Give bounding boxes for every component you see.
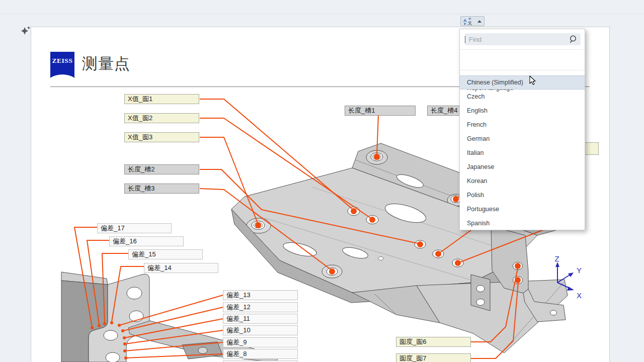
language-item-polish[interactable]: Polish: [460, 188, 585, 202]
collapse-arrow-icon: [477, 20, 481, 23]
language-item-english[interactable]: English: [460, 104, 585, 118]
callout-roundness-circle6: 圆度_圆6: [396, 337, 471, 347]
callout-roundness-circle7: 圆度_圆7: [396, 353, 471, 362]
callout-xvalue-circle2: X值_圆2: [124, 113, 199, 123]
svg-text:Z: Z: [554, 254, 559, 263]
language-list: Chinese (Simplified) Czech English Frenc…: [460, 75, 585, 230]
language-item-spanish[interactable]: Spanish: [460, 216, 585, 230]
callout-length-slot2: 长度_槽2: [124, 164, 199, 174]
callout-length-slot3: 长度_槽3: [124, 184, 199, 194]
callout-deviation-16: 偏差_16: [109, 236, 184, 246]
search-icon: [568, 34, 578, 44]
translate-icon: A 戈: [463, 18, 472, 25]
callout-deviation-15: 偏差_15: [128, 249, 203, 259]
separator: [460, 70, 585, 70]
callout-length-slot1: 长度_槽1: [345, 106, 416, 116]
callout-deviation-8: 偏差_8: [223, 349, 298, 359]
svg-text:A: A: [463, 18, 467, 23]
callout-deviation-11: 偏差_11: [223, 314, 298, 324]
svg-text:戈: 戈: [467, 21, 472, 25]
callout-deviation-10: 偏差_10: [223, 325, 298, 335]
language-item-portuguese[interactable]: Portuguese: [460, 202, 585, 216]
language-item-japanese[interactable]: Japanese: [460, 160, 585, 174]
language-item-french[interactable]: French: [460, 118, 585, 132]
callout-deviation-17: 偏差_17: [97, 223, 172, 233]
language-item-german[interactable]: German: [460, 132, 585, 146]
callout-deviation-14: 偏差_14: [144, 263, 218, 273]
callout-xvalue-circle3: X值_圆3: [124, 132, 199, 142]
report-language-button[interactable]: A 戈: [460, 16, 485, 26]
language-item-chinese-simplified[interactable]: Chinese (Simplified): [460, 75, 585, 89]
language-item-czech[interactable]: Czech: [460, 89, 585, 104]
find-input[interactable]: [465, 36, 568, 43]
svg-text:X: X: [577, 291, 582, 300]
app-window: { "colors": { "accent_orange": "#f04a0e"…: [0, 0, 644, 362]
callout-deviation-9: 偏差_9: [223, 337, 298, 347]
language-item-korean[interactable]: Korean: [460, 174, 585, 188]
callout-deviation-13: 偏差_13: [223, 290, 298, 300]
svg-text:Y: Y: [577, 266, 582, 275]
mouse-cursor: [529, 75, 536, 85]
callout-xvalue-circle1: X值_圆1: [124, 94, 199, 104]
callout-deviation-12: 偏差_12: [223, 302, 298, 312]
language-dropdown-panel: Report language Chinese (Simplified) Cze…: [459, 29, 585, 230]
language-item-italian[interactable]: Italian: [460, 146, 585, 160]
separator: [460, 49, 585, 50]
find-search-box[interactable]: [465, 33, 581, 45]
